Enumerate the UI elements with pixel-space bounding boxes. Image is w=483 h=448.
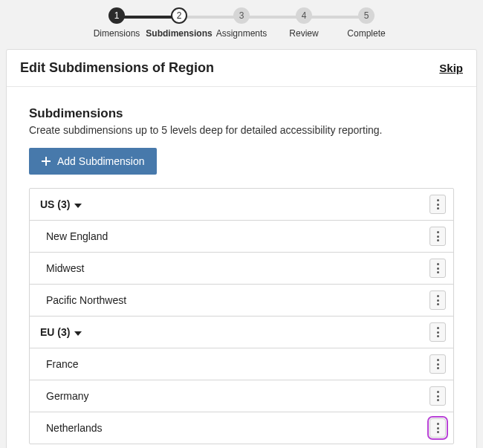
- item-label: Midwest: [40, 262, 84, 274]
- more-vertical-icon: [437, 359, 439, 369]
- skip-link[interactable]: Skip: [439, 62, 463, 74]
- card-body: Subdimensions Create subdimensions up to…: [7, 87, 476, 448]
- step-number: 2: [171, 7, 187, 24]
- step-number: 4: [296, 7, 312, 24]
- section-heading: Subdimensions: [29, 106, 454, 121]
- row-actions-button[interactable]: [429, 418, 446, 438]
- step-review[interactable]: 4 Review: [273, 7, 335, 39]
- edit-subdimensions-card: Edit Subdimensions of Region Skip Subdim…: [6, 49, 477, 448]
- subdimension-list: US (3) New England Midwest: [29, 188, 454, 444]
- add-subdimension-button[interactable]: Add Subdimension: [29, 148, 157, 175]
- row-actions-button[interactable]: [429, 386, 446, 406]
- more-vertical-icon: [437, 391, 439, 401]
- item-label: Netherlands: [40, 422, 103, 434]
- group-label: US (3): [40, 198, 70, 210]
- step-assignments[interactable]: 3 Assignments: [210, 7, 273, 39]
- step-label: Dimensions: [94, 28, 140, 39]
- step-complete[interactable]: 5 Complete: [335, 7, 398, 39]
- group-row-eu[interactable]: EU (3): [30, 316, 453, 348]
- caret-down-icon: [74, 198, 82, 210]
- group-label: EU (3): [40, 326, 70, 338]
- list-item[interactable]: New England: [30, 221, 453, 253]
- caret-down-icon: [74, 326, 82, 338]
- card-title: Edit Subdimensions of Region: [20, 60, 214, 76]
- more-vertical-icon: [437, 423, 439, 433]
- svg-marker-2: [74, 204, 82, 208]
- item-label: Pacific Northwest: [40, 294, 126, 306]
- step-number: 1: [108, 7, 125, 24]
- step-label: Complete: [347, 28, 385, 39]
- list-item[interactable]: France: [30, 348, 453, 380]
- row-actions-button[interactable]: [429, 195, 446, 214]
- step-connector: [179, 16, 242, 19]
- step-label: Assignments: [216, 28, 268, 39]
- wizard-stepper: 1 Dimensions 2 Subdimensions 3 Assignmen…: [0, 0, 483, 43]
- item-label: France: [40, 358, 79, 370]
- row-actions-button[interactable]: [429, 354, 446, 374]
- more-vertical-icon: [437, 327, 439, 337]
- section-description: Create subdimensions up to 5 levels deep…: [29, 124, 454, 136]
- more-vertical-icon: [437, 263, 439, 273]
- item-label: New England: [40, 230, 108, 242]
- svg-marker-3: [74, 331, 82, 336]
- step-number: 3: [233, 7, 250, 24]
- list-item[interactable]: Netherlands: [30, 412, 453, 444]
- row-actions-button[interactable]: [429, 259, 446, 278]
- step-number: 5: [358, 7, 375, 24]
- add-subdimension-label: Add Subdimension: [57, 155, 145, 167]
- more-vertical-icon: [437, 295, 439, 305]
- row-actions-button[interactable]: [429, 290, 446, 310]
- list-item[interactable]: Midwest: [30, 253, 453, 285]
- card-header: Edit Subdimensions of Region Skip: [7, 50, 476, 87]
- step-label: Subdimensions: [146, 28, 212, 39]
- step-connector: [304, 16, 366, 19]
- step-dimensions[interactable]: 1 Dimensions: [85, 7, 148, 39]
- more-vertical-icon: [437, 199, 439, 210]
- more-vertical-icon: [437, 231, 439, 241]
- list-item[interactable]: Pacific Northwest: [30, 285, 453, 316]
- step-connector: [242, 16, 304, 19]
- step-connector: [117, 16, 179, 19]
- list-item[interactable]: Germany: [30, 380, 453, 412]
- step-subdimensions[interactable]: 2 Subdimensions: [148, 7, 210, 39]
- step-label: Review: [289, 28, 318, 39]
- plus-icon: [41, 156, 51, 166]
- group-row-us[interactable]: US (3): [30, 189, 453, 221]
- row-actions-button[interactable]: [429, 227, 446, 246]
- row-actions-button[interactable]: [429, 322, 446, 342]
- item-label: Germany: [40, 390, 89, 402]
